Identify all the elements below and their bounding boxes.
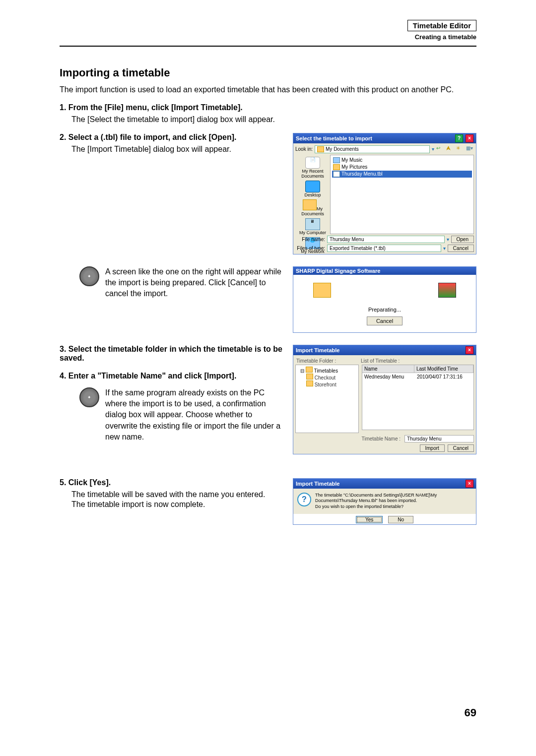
- step-1: 1. From the [File] menu, click [Import T…: [60, 103, 476, 112]
- preparing-text: Preparating...: [301, 307, 468, 313]
- step-5-desc1: The timetable will be saved with the nam…: [71, 490, 283, 499]
- header-title: Timetable Editor: [407, 20, 476, 31]
- filetype-label: Files of type:: [295, 246, 325, 251]
- file-dialog-title: Select the timetable to import: [296, 135, 372, 141]
- file-open-dialog: Select the timetable to import ? × Look …: [293, 133, 476, 254]
- yes-button[interactable]: Yes: [356, 516, 383, 523]
- step-1-bold: From the [File] menu, click [Import Time…: [68, 103, 243, 112]
- list-row[interactable]: Wednesday Menu 2010/04/07 17:31:16: [362, 373, 473, 380]
- file-item-selected[interactable]: Thursday Menu.tbl: [332, 171, 472, 178]
- step-1-desc: The [Select the timetable to import] dia…: [71, 115, 476, 124]
- lookin-combo[interactable]: My Documents: [315, 145, 430, 153]
- import-close-icon[interactable]: ×: [466, 346, 473, 354]
- back-icon[interactable]: ↩: [436, 145, 444, 153]
- places-recent[interactable]: 📄My Recent Documents: [296, 157, 329, 179]
- file-item-pictures[interactable]: My Pictures: [332, 164, 472, 171]
- filetype-dropdown-icon[interactable]: ▾: [443, 246, 446, 251]
- preparing-title: SHARP Digital Signage Software: [296, 268, 380, 274]
- step-3: 3. Select the timetable folder in which …: [60, 345, 283, 363]
- name-label: Timetable Name :: [361, 436, 401, 441]
- open-button[interactable]: Open: [451, 236, 474, 243]
- confirm-close-icon[interactable]: ×: [466, 480, 473, 488]
- no-button[interactable]: No: [388, 516, 413, 523]
- import-cancel-button[interactable]: Cancel: [448, 444, 474, 452]
- import-dialog-title: Import Timetable: [296, 347, 339, 353]
- step-5: 5. Click [Yes].: [60, 478, 283, 487]
- tree-storefront[interactable]: Storefront: [297, 380, 357, 387]
- step-3-num: 3.: [60, 345, 66, 353]
- file-list[interactable]: My Music My Pictures Thursday Menu.tbl: [330, 155, 474, 234]
- places-mydocs[interactable]: My Documents: [296, 199, 329, 216]
- destination-icon: [438, 283, 456, 298]
- confirm-line2: Do you wish to open the imported timetab…: [315, 504, 472, 510]
- places-mycomp[interactable]: 🖥My Computer: [299, 218, 326, 235]
- help-icon[interactable]: ?: [455, 134, 463, 142]
- preparing-dialog: SHARP Digital Signage Software Preparati…: [293, 266, 476, 333]
- places-desktop[interactable]: Desktop: [304, 181, 321, 197]
- row-date: 2010/04/07 17:31:16: [415, 373, 473, 380]
- step-4-num: 4.: [60, 372, 66, 380]
- folder-label: Timetable Folder :: [296, 358, 356, 364]
- question-icon: ?: [297, 493, 311, 506]
- tree-checkout[interactable]: Checkout: [297, 374, 357, 380]
- source-folder-icon: [313, 283, 331, 298]
- row-name: Wednesday Menu: [362, 373, 415, 380]
- confirm-title: Import Timetable: [296, 481, 339, 487]
- preparing-cancel-button[interactable]: Cancel: [367, 316, 402, 325]
- folder-tree[interactable]: ⊟ Timetables Checkout Storefront: [295, 365, 359, 433]
- step-4: 4. Enter a "Timetable Name" and click [I…: [60, 372, 283, 380]
- list-label: List of Timetable :: [361, 358, 400, 364]
- filename-label: File name:: [295, 237, 325, 242]
- section-title: Importing a timetable: [60, 66, 476, 79]
- filename-field[interactable]: Thursday Menu: [327, 236, 445, 243]
- tip-icon: ✦: [79, 266, 99, 286]
- step-2: 2. Select a (.tbl) file to import, and c…: [60, 133, 283, 142]
- step-2-desc: The [Import Timetable] dialog box will a…: [71, 145, 283, 154]
- folder-icon: [317, 146, 324, 152]
- views-icon[interactable]: ▦▾: [466, 145, 474, 153]
- lookin-value: My Documents: [326, 146, 359, 152]
- filename-dropdown-icon[interactable]: ▾: [447, 237, 449, 242]
- step-5-bold: Click [Yes].: [68, 478, 111, 487]
- newfolder-icon[interactable]: ✳: [456, 145, 464, 153]
- col-date[interactable]: Last Modified Time: [414, 365, 473, 373]
- timetable-name-input[interactable]: Thursday Menu: [404, 435, 474, 442]
- tree-root[interactable]: ⊟ Timetables: [297, 367, 357, 374]
- tbl-file-icon: [333, 171, 340, 177]
- step-5-desc2: The timetable import is now complete.: [71, 500, 283, 509]
- confirm-open-dialog: Import Timetable × ? The timetable "C:\D…: [293, 478, 476, 525]
- col-name[interactable]: Name: [362, 365, 414, 373]
- header-rule: [60, 46, 476, 47]
- file-item-music[interactable]: My Music: [332, 157, 472, 164]
- tip-2-text: If the same program already exists on th…: [105, 387, 283, 443]
- up-icon[interactable]: ⮝: [446, 145, 454, 153]
- page-number: 69: [465, 706, 476, 719]
- step-2-bold: Select a (.tbl) file to import, and clic…: [68, 133, 237, 141]
- step-5-num: 5.: [60, 478, 66, 487]
- tip-1-text: A screen like the one on the right will …: [105, 266, 283, 300]
- timetable-list[interactable]: Name Last Modified Time Wednesday Menu 2…: [362, 365, 474, 430]
- header-subtitle: Creating a timetable: [60, 33, 476, 41]
- lookin-label: Look in:: [295, 146, 313, 152]
- close-icon[interactable]: ×: [466, 134, 473, 142]
- cancel-button[interactable]: Cancel: [448, 245, 474, 252]
- step-1-num: 1.: [60, 103, 66, 112]
- pictures-folder-icon: [333, 164, 340, 170]
- dropdown-arrow-icon[interactable]: ▾: [432, 146, 434, 152]
- tip-icon-2: ✦: [79, 387, 99, 407]
- step-2-num: 2.: [60, 133, 66, 141]
- music-folder-icon: [333, 157, 340, 163]
- import-button[interactable]: Import: [420, 444, 445, 452]
- confirm-line1: The timetable "C:\Documents and Settings…: [315, 493, 472, 504]
- intro-text: The import function is used to load an e…: [60, 84, 476, 95]
- step-4-bold: Enter a "Timetable Name" and click [Impo…: [68, 372, 237, 380]
- step-3-bold: Select the timetable folder in which the…: [60, 345, 282, 362]
- filetype-field[interactable]: Exported Timetable (*.tbl): [327, 245, 441, 252]
- import-timetable-dialog: Import Timetable × Timetable Folder : Li…: [293, 345, 476, 454]
